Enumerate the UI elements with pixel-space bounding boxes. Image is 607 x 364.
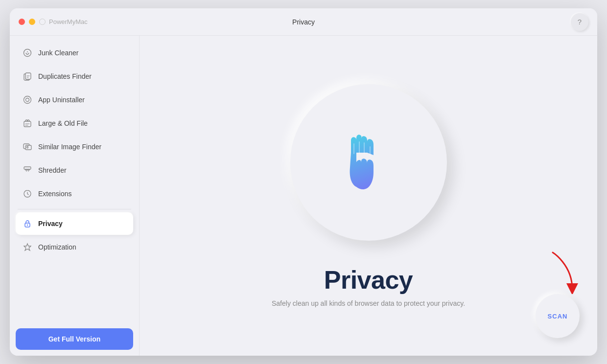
- question-icon: ?: [578, 18, 582, 26]
- scan-arrow: [543, 250, 582, 294]
- shredder-label: Shredder: [38, 166, 67, 174]
- svg-marker-13: [24, 244, 31, 250]
- svg-point-0: [24, 49, 31, 57]
- junk-cleaner-label: Junk Cleaner: [38, 49, 79, 57]
- main-layout: Junk Cleaner Duplicates Finder: [10, 36, 597, 356]
- app-name-label: PowerMyMac: [49, 18, 88, 25]
- privacy-icon: [23, 219, 32, 228]
- content-area: Privacy Safely clean up all kinds of bro…: [140, 36, 597, 356]
- large-old-file-label: Large & Old File: [38, 119, 88, 127]
- svg-point-12: [27, 225, 28, 226]
- sidebar-item-large-old-file[interactable]: Large & Old File: [16, 112, 133, 135]
- large-old-file-icon: [23, 118, 32, 128]
- sidebar-divider: [18, 209, 131, 209]
- app-uninstaller-icon: [23, 95, 32, 105]
- minimize-button[interactable]: [29, 19, 35, 25]
- sidebar-item-junk-cleaner[interactable]: Junk Cleaner: [16, 42, 133, 64]
- shredder-icon: [23, 165, 32, 175]
- svg-point-4: [24, 96, 31, 104]
- app-window: PowerMyMac Privacy ? Junk Cleaner: [10, 8, 597, 356]
- sidebar-item-extensions[interactable]: Extensions: [16, 182, 133, 205]
- help-button[interactable]: ?: [571, 13, 588, 31]
- page-title: Privacy: [272, 265, 465, 295]
- sidebar-item-privacy[interactable]: Privacy: [16, 212, 133, 235]
- similar-image-finder-icon: [23, 142, 32, 152]
- sidebar-item-app-uninstaller[interactable]: App Uninstaller: [16, 89, 133, 111]
- duplicates-finder-label: Duplicates Finder: [38, 72, 92, 80]
- get-full-version-button[interactable]: Get Full Version: [16, 328, 133, 350]
- svg-point-1: [27, 51, 28, 52]
- scan-button-container: SCAN: [536, 294, 580, 338]
- similar-image-finder-label: Similar Image Finder: [38, 143, 101, 151]
- optimization-icon: [23, 242, 32, 252]
- page-subtitle: Safely clean up all kinds of browser dat…: [272, 299, 465, 307]
- sidebar: Junk Cleaner Duplicates Finder: [10, 36, 140, 356]
- close-button[interactable]: [19, 19, 25, 25]
- traffic-lights: [19, 19, 46, 25]
- junk-cleaner-icon: [23, 48, 32, 58]
- privacy-item-label: Privacy: [38, 220, 63, 228]
- svg-rect-10: [24, 167, 31, 169]
- feature-icon-circle: [290, 84, 447, 241]
- maximize-button[interactable]: [39, 19, 46, 25]
- duplicates-finder-icon: [23, 71, 32, 81]
- sidebar-spacer: [16, 259, 133, 324]
- optimization-label: Optimization: [38, 243, 76, 251]
- extensions-label: Extensions: [38, 190, 71, 198]
- extensions-icon: [23, 189, 32, 199]
- page-title-section: Privacy Safely clean up all kinds of bro…: [272, 265, 465, 307]
- window-title: Privacy: [292, 18, 315, 26]
- privacy-hand-icon: [329, 123, 408, 202]
- sidebar-item-shredder[interactable]: Shredder: [16, 159, 133, 182]
- sidebar-item-duplicates-finder[interactable]: Duplicates Finder: [16, 65, 133, 88]
- app-uninstaller-label: App Uninstaller: [38, 96, 85, 104]
- sidebar-item-optimization[interactable]: Optimization: [16, 236, 133, 258]
- sidebar-item-similar-image-finder[interactable]: Similar Image Finder: [16, 136, 133, 158]
- scan-button[interactable]: SCAN: [536, 294, 580, 338]
- titlebar: PowerMyMac Privacy ?: [10, 8, 597, 36]
- svg-point-5: [26, 98, 29, 102]
